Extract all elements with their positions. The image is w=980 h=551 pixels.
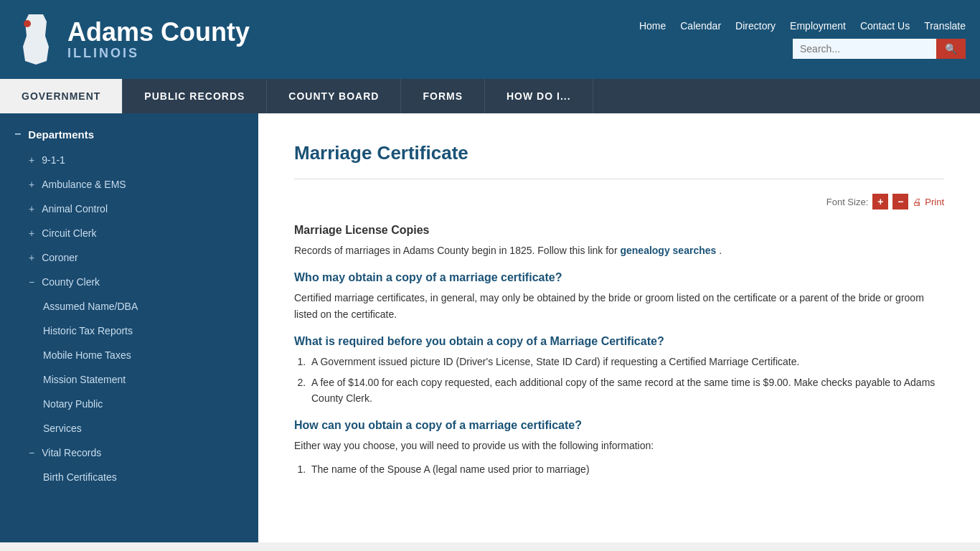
sidebar-departments-header[interactable]: − Departments	[0, 121, 258, 148]
logo-state: ILLINOIS	[67, 46, 250, 61]
sidebar: − Departments + 9-1-1 + Ambulance & EMS …	[0, 113, 258, 542]
sidebar-subitem-assumed-name[interactable]: Assumed Name/DBA	[0, 294, 258, 319]
sidebar-subitem-mobile-home[interactable]: Mobile Home Taxes	[0, 343, 258, 367]
nav-government[interactable]: GOVERNMENT	[0, 79, 123, 113]
section4-title: How can you obtain a copy of a marriage …	[294, 419, 944, 432]
nav-forms[interactable]: FORMS	[401, 79, 485, 113]
section4-para: Either way you choose, you will need to …	[294, 438, 944, 453]
departments-toggle: −	[14, 128, 21, 141]
main-content: Marriage Certificate Font Size: + − 🖨 Pr…	[258, 113, 980, 542]
sidebar-item-vital-records[interactable]: − Vital Records	[0, 441, 258, 465]
sidebar-subitem-notary[interactable]: Notary Public	[0, 392, 258, 416]
genealogy-link[interactable]: genealogy searches	[620, 245, 716, 256]
search-button[interactable]: 🔍	[936, 39, 966, 59]
sidebar-label-911: 9-1-1	[42, 154, 65, 166]
nav-directory[interactable]: Directory	[735, 20, 776, 32]
nav-translate[interactable]: Translate	[924, 20, 966, 32]
search-input[interactable]	[793, 39, 936, 59]
section1-title: Marriage License Copies	[294, 224, 944, 237]
nav-employment[interactable]: Employment	[790, 20, 846, 32]
page-title: Marriage Certificate	[294, 142, 944, 164]
search-bar: 🔍	[793, 39, 966, 59]
sidebar-subitem-mission[interactable]: Mission Statement	[0, 367, 258, 392]
section2-title: Who may obtain a copy of a marriage cert…	[294, 271, 944, 284]
nav-county-board[interactable]: COUNTY BOARD	[267, 79, 401, 113]
divider	[294, 179, 944, 179]
nav-public-records[interactable]: PUBLIC RECORDS	[123, 79, 267, 113]
svg-point-1	[24, 20, 31, 27]
sidebar-item-911[interactable]: + 9-1-1	[0, 148, 258, 172]
sidebar-item-coroner[interactable]: + Coroner	[0, 245, 258, 270]
sidebar-label-circuit: Circuit Clerk	[42, 227, 96, 239]
sidebar-subitem-historic-tax[interactable]: Historic Tax Reports	[0, 319, 258, 343]
content-wrapper: − Departments + 9-1-1 + Ambulance & EMS …	[0, 113, 980, 542]
sidebar-label-county-clerk: County Clerk	[42, 276, 100, 288]
sidebar-label-vital: Vital Records	[42, 447, 101, 458]
top-nav: Home Calendar Directory Employment Conta…	[639, 20, 966, 32]
nav-contact[interactable]: Contact Us	[860, 20, 910, 32]
departments-label: Departments	[28, 128, 94, 141]
print-link[interactable]: 🖨 Print	[913, 197, 944, 207]
sidebar-item-ambulance[interactable]: + Ambulance & EMS	[0, 172, 258, 197]
sidebar-item-animal-control[interactable]: + Animal Control	[0, 197, 258, 221]
font-increase-button[interactable]: +	[872, 194, 888, 209]
sidebar-label-animal: Animal Control	[42, 203, 108, 215]
sidebar-label-coroner: Coroner	[42, 252, 78, 263]
sidebar-item-county-clerk[interactable]: − County Clerk	[0, 270, 258, 294]
nav-calendar[interactable]: Calendar	[680, 20, 721, 32]
header-right: Home Calendar Directory Employment Conta…	[639, 20, 966, 59]
section3-title: What is required before you obtain a cop…	[294, 335, 944, 348]
font-size-label: Font Size:	[826, 197, 869, 207]
list-item: A fee of $14.00 for each copy requested,…	[308, 375, 944, 407]
font-decrease-button[interactable]: −	[892, 194, 908, 209]
list-item: The name of the Spouse A (legal name use…	[308, 461, 944, 477]
sidebar-item-circuit-clerk[interactable]: + Circuit Clerk	[0, 221, 258, 245]
logo-text: Adams County ILLINOIS	[67, 18, 250, 62]
logo-county: Adams County	[67, 18, 250, 47]
logo-area: Adams County ILLINOIS	[14, 11, 250, 68]
section1-para: Records of marriages in Adams County beg…	[294, 242, 944, 258]
list-item: A Government issued picture ID (Driver's…	[308, 354, 944, 369]
logo-icon	[14, 11, 57, 68]
print-label: Print	[925, 197, 944, 207]
section3-list: A Government issued picture ID (Driver's…	[308, 354, 944, 406]
sidebar-subitem-birth-cert[interactable]: Birth Certificates	[0, 465, 258, 489]
nav-how-do-i[interactable]: HOW DO I...	[485, 79, 593, 113]
header: Adams County ILLINOIS Home Calendar Dire…	[0, 0, 980, 79]
sidebar-subitem-services[interactable]: Services	[0, 416, 258, 441]
section2-para: Certified marriage certificates, in gene…	[294, 290, 944, 322]
section4-list: The name of the Spouse A (legal name use…	[308, 461, 944, 477]
font-size-bar: Font Size: + − 🖨 Print	[294, 194, 944, 209]
nav-home[interactable]: Home	[639, 20, 666, 32]
main-nav: GOVERNMENT PUBLIC RECORDS COUNTY BOARD F…	[0, 79, 980, 113]
print-icon: 🖨	[913, 197, 922, 207]
sidebar-label-ambulance: Ambulance & EMS	[42, 179, 126, 190]
